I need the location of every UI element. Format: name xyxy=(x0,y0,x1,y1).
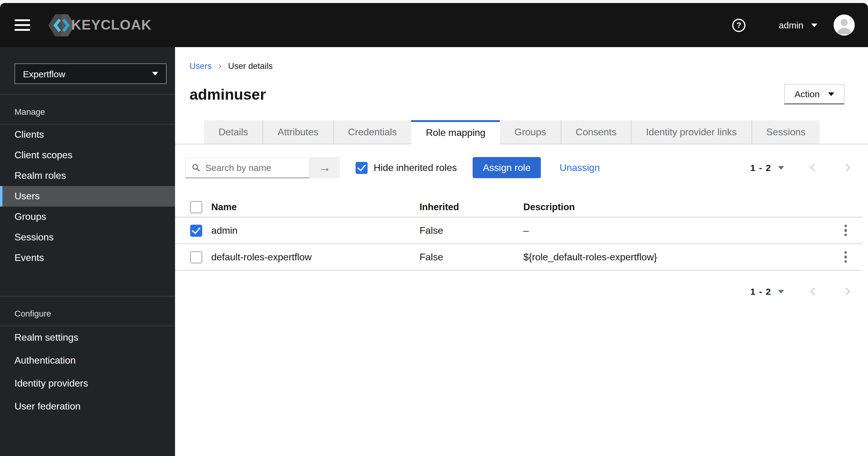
user-menu-button[interactable]: admin xyxy=(779,20,817,30)
realm-selector-value: Expertflow xyxy=(23,68,65,79)
chevron-down-icon xyxy=(811,23,817,27)
tab-bar: Details Attributes Credentials Role mapp… xyxy=(175,120,868,144)
search-box xyxy=(185,157,310,178)
pagination-next-button[interactable] xyxy=(841,163,852,173)
sidebar-item-realm-roles[interactable]: Realm roles xyxy=(0,166,175,186)
keycloak-logo[interactable]: KEYCLOAK xyxy=(48,11,152,39)
person-icon xyxy=(834,15,855,36)
search-icon xyxy=(192,163,200,172)
tab-identity-provider-links[interactable]: Identity provider links xyxy=(631,120,751,144)
sidebar-item-sessions[interactable]: Sessions xyxy=(0,227,175,248)
chevron-down-icon xyxy=(152,72,158,76)
tab-credentials[interactable]: Credentials xyxy=(333,120,411,144)
select-all-checkbox[interactable] xyxy=(190,201,202,213)
search-submit-button[interactable]: → xyxy=(310,157,340,178)
page-title: adminuser xyxy=(189,84,266,105)
sidebar-item-identity-providers[interactable]: Identity providers xyxy=(0,372,175,395)
pagination-next-button[interactable] xyxy=(841,286,852,296)
masthead: KEYCLOAK ? admin xyxy=(0,3,868,47)
nav-toggle-button[interactable] xyxy=(14,19,30,31)
sidebar-item-authentication[interactable]: Authentication xyxy=(0,349,175,372)
column-header-inherited: Inherited xyxy=(420,202,523,212)
row-checkbox[interactable] xyxy=(190,224,202,236)
nav-section-configure: Configure Realm settings Authentication … xyxy=(0,296,175,418)
kebab-icon xyxy=(844,224,847,236)
role-name: admin xyxy=(211,225,420,236)
row-checkbox[interactable] xyxy=(190,251,202,263)
user-menu-label: admin xyxy=(779,20,803,30)
column-header-description: Description xyxy=(523,202,834,212)
menu-icon xyxy=(14,29,30,31)
brand-wordmark: KEYCLOAK xyxy=(71,17,152,33)
row-kebab-menu-button[interactable] xyxy=(834,251,857,263)
realm-selector[interactable]: Expertflow xyxy=(14,63,166,84)
sidebar: Expertflow Manage Clients Client scopes … xyxy=(0,47,175,456)
main-content: Users › User details adminuser Action De… xyxy=(175,47,868,456)
avatar[interactable] xyxy=(834,15,855,36)
sidebar-item-realm-settings[interactable]: Realm settings xyxy=(0,326,175,349)
role-mapping-toolbar: → Hide inherited roles Assign role Unass… xyxy=(175,157,868,178)
action-dropdown-label: Action xyxy=(795,89,820,99)
hide-inherited-label[interactable]: Hide inherited roles xyxy=(374,162,457,173)
chevron-left-icon xyxy=(810,164,817,171)
pagination-range: 1 - 2 xyxy=(750,163,771,173)
role-inherited: False xyxy=(420,252,523,262)
breadcrumb: Users › User details xyxy=(175,47,868,71)
kebab-icon xyxy=(844,251,847,263)
help-button[interactable]: ? xyxy=(732,19,745,32)
sidebar-item-events[interactable]: Events xyxy=(0,248,175,268)
help-icon: ? xyxy=(732,19,745,32)
pagination-bottom-row: 1 - 2 xyxy=(175,281,868,302)
tab-groups[interactable]: Groups xyxy=(500,120,560,144)
masthead-right: ? admin xyxy=(732,15,855,36)
chevron-down-icon xyxy=(778,166,784,169)
chevron-down-icon xyxy=(778,290,784,293)
pagination-prev-button[interactable] xyxy=(809,286,819,296)
title-row: adminuser Action xyxy=(175,84,868,105)
tab-consents[interactable]: Consents xyxy=(560,120,631,144)
keycloak-admin-console: KEYCLOAK ? admin Expertflow xyxy=(0,0,868,456)
role-description: ${role_default-roles-expertflow} xyxy=(523,252,834,262)
sidebar-item-client-scopes[interactable]: Client scopes xyxy=(0,145,175,166)
menu-icon xyxy=(14,24,30,26)
role-inherited: False xyxy=(420,225,523,236)
sidebar-item-clients[interactable]: Clients xyxy=(0,124,175,145)
column-header-name: Name xyxy=(211,202,420,212)
tab-role-mapping[interactable]: Role mapping xyxy=(411,120,500,144)
nav-section-title: Configure xyxy=(0,296,175,326)
assign-role-button[interactable]: Assign role xyxy=(473,157,541,178)
tab-attributes[interactable]: Attributes xyxy=(262,120,333,144)
unassign-link[interactable]: Unassign xyxy=(560,162,600,173)
sidebar-item-users[interactable]: Users xyxy=(0,186,175,206)
nav-section-manage: Manage Clients Client scopes Realm roles… xyxy=(0,94,175,268)
menu-icon xyxy=(14,19,30,22)
table-row: default-roles-expertflow False ${role_de… xyxy=(175,244,862,270)
table-header-row: Name Inherited Description xyxy=(175,198,862,218)
breadcrumb-current: User details xyxy=(228,61,273,71)
nav-section-title: Manage xyxy=(0,95,175,124)
pagination-range: 1 - 2 xyxy=(750,286,771,296)
breadcrumb-link-users[interactable]: Users xyxy=(189,61,212,71)
breadcrumb-separator-icon: › xyxy=(218,62,221,70)
hide-inherited-checkbox[interactable] xyxy=(355,162,368,174)
table-row: admin False – xyxy=(175,218,862,244)
chevron-left-icon xyxy=(810,287,817,295)
sidebar-item-groups[interactable]: Groups xyxy=(0,206,175,227)
row-kebab-menu-button[interactable] xyxy=(834,224,857,236)
action-dropdown-button[interactable]: Action xyxy=(784,84,844,105)
search-group: → xyxy=(185,157,340,178)
tab-details[interactable]: Details xyxy=(204,120,262,144)
chevron-down-icon xyxy=(828,92,834,96)
pagination-top: 1 - 2 xyxy=(750,163,852,173)
pagination-range-dropdown[interactable]: 1 - 2 xyxy=(750,286,784,296)
role-name: default-roles-expertflow xyxy=(211,252,420,262)
pagination-prev-button[interactable] xyxy=(809,163,819,173)
tab-sessions[interactable]: Sessions xyxy=(751,120,820,144)
search-input[interactable] xyxy=(205,163,303,173)
chevron-right-icon xyxy=(843,287,850,295)
role-mapping-table: Name Inherited Description admin False – xyxy=(175,198,862,270)
sidebar-item-user-federation[interactable]: User federation xyxy=(0,395,175,418)
arrow-right-icon: → xyxy=(319,161,331,175)
pagination-range-dropdown[interactable]: 1 - 2 xyxy=(750,163,784,173)
window-top-edge xyxy=(0,0,868,3)
